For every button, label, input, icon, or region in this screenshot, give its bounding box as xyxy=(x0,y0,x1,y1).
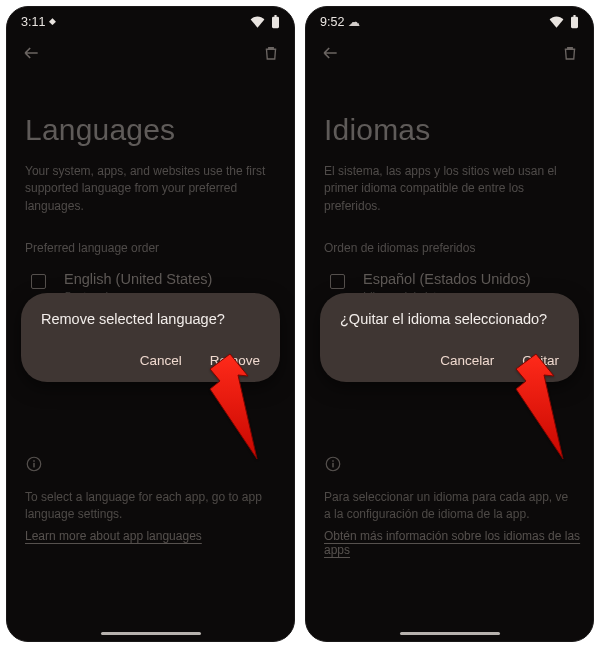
trash-icon[interactable] xyxy=(262,44,280,66)
phone-screen-left: 3:11 ◆ Languages Your system, apps, and … xyxy=(6,6,295,642)
svg-rect-4 xyxy=(33,460,35,462)
section-label: Preferred language order xyxy=(7,215,294,265)
app-header xyxy=(7,33,294,71)
language-name: Español (Estados Unidos) xyxy=(363,271,531,287)
svg-rect-7 xyxy=(573,15,576,17)
svg-rect-0 xyxy=(272,17,279,28)
cancel-button[interactable]: Cancelar xyxy=(438,349,496,372)
app-header xyxy=(306,33,593,71)
language-name: English (United States) xyxy=(64,271,212,287)
learn-more-link[interactable]: Obtén más información sobre los idiomas … xyxy=(324,529,593,557)
remove-button[interactable]: Quitar xyxy=(520,349,561,372)
page-subtitle: El sistema, las apps y los sitios web us… xyxy=(306,163,593,215)
cancel-button[interactable]: Cancel xyxy=(138,349,184,372)
notification-dot-icon: ◆ xyxy=(49,16,56,26)
remove-button[interactable]: Remove xyxy=(208,349,262,372)
page-title: Idiomas xyxy=(306,71,593,163)
learn-more-link[interactable]: Learn more about app languages xyxy=(25,529,202,543)
dialog-actions: Cancel Remove xyxy=(41,349,262,372)
back-icon[interactable] xyxy=(21,43,41,67)
wifi-icon xyxy=(250,16,265,28)
info-icon xyxy=(324,455,342,477)
info-icon xyxy=(25,455,43,477)
svg-rect-6 xyxy=(571,17,578,28)
status-right xyxy=(549,15,579,29)
page-subtitle: Your system, apps, and websites use the … xyxy=(7,163,294,215)
wifi-icon xyxy=(549,16,564,28)
svg-rect-1 xyxy=(274,15,277,17)
dialog-title: ¿Quitar el idioma seleccionado? xyxy=(340,311,561,327)
trash-icon[interactable] xyxy=(561,44,579,66)
checkbox[interactable] xyxy=(31,274,46,289)
clock-text: 9:52 xyxy=(320,15,344,29)
checkbox[interactable] xyxy=(330,274,345,289)
status-bar: 3:11 ◆ xyxy=(7,7,294,33)
info-text: Para seleccionar un idioma para cada app… xyxy=(324,489,575,524)
page-title: Languages xyxy=(7,71,294,163)
nav-pill[interactable] xyxy=(400,632,500,636)
confirm-dialog: Remove selected language? Cancel Remove xyxy=(21,293,280,382)
weather-cloud-icon: ☁ xyxy=(348,15,360,29)
info-text: To select a language for each app, go to… xyxy=(25,489,276,524)
status-right xyxy=(250,15,280,29)
clock-text: 3:11 xyxy=(21,15,45,29)
dialog-actions: Cancelar Quitar xyxy=(340,349,561,372)
section-label: Orden de idiomas preferidos xyxy=(306,215,593,265)
svg-rect-9 xyxy=(332,463,334,468)
battery-icon xyxy=(570,15,579,29)
status-left: 9:52 ☁ xyxy=(320,15,360,29)
phone-screen-right: 9:52 ☁ Idiomas El sistema, las apps y lo… xyxy=(305,6,594,642)
svg-rect-3 xyxy=(33,463,35,468)
back-icon[interactable] xyxy=(320,43,340,67)
confirm-dialog: ¿Quitar el idioma seleccionado? Cancelar… xyxy=(320,293,579,382)
dialog-title: Remove selected language? xyxy=(41,311,262,327)
status-left: 3:11 ◆ xyxy=(21,15,56,29)
svg-rect-10 xyxy=(332,460,334,462)
nav-pill[interactable] xyxy=(101,632,201,636)
status-bar: 9:52 ☁ xyxy=(306,7,593,33)
battery-icon xyxy=(271,15,280,29)
